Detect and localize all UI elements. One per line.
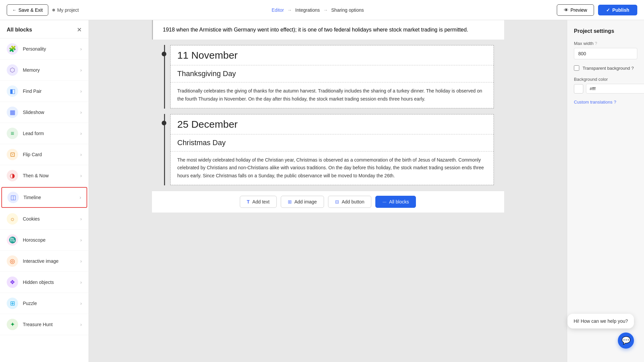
add-text-button[interactable]: T Add text xyxy=(240,196,277,208)
add-button-button[interactable]: ⊟ Add button xyxy=(328,196,372,208)
slideshow-icon: ▦ xyxy=(7,107,18,118)
sidebar-item-left: ◎ Interactive image xyxy=(7,255,59,267)
timeline-label: Timeline xyxy=(23,195,41,200)
max-width-help-icon[interactable]: ? xyxy=(595,41,597,46)
sidebar-item-left: ♏ Horoscope xyxy=(7,234,46,246)
chevron-icon: › xyxy=(80,301,82,306)
findpair-label: Find Pair xyxy=(23,88,42,94)
sidebar-item-timeline[interactable]: ◫ Timeline › xyxy=(1,187,87,208)
panel-title: Project settings xyxy=(574,28,637,34)
step-integrations[interactable]: Integrations xyxy=(295,7,320,13)
cookies-icon: ☼ xyxy=(7,213,18,225)
chevron-icon: › xyxy=(80,88,82,94)
sidebar-item-horoscope[interactable]: ♏ Horoscope › xyxy=(0,230,89,251)
sidebar-item-puzzle[interactable]: ⊞ Puzzle › xyxy=(0,293,89,314)
max-width-label: Max width ? xyxy=(574,41,637,46)
sidebar-item-left: ⊡ Flip Card xyxy=(7,149,42,160)
bottom-toolbar: T Add text ⊞ Add image ⊟ Add button ··· … xyxy=(152,191,504,213)
flipcard-label: Flip Card xyxy=(23,152,42,157)
dot-icon xyxy=(52,9,55,11)
text-icon: T xyxy=(247,199,250,204)
sidebar-item-memory[interactable]: ⬡ Memory › xyxy=(0,60,89,81)
horoscope-label: Horoscope xyxy=(23,237,46,243)
sidebar-item-hidden[interactable]: ❖ Hidden objects › xyxy=(0,272,89,293)
timeline-dot xyxy=(162,52,166,56)
sidebar-list: 🧩 Personality › ⬡ Memory › ◧ Find Pair › xyxy=(0,39,89,362)
sidebar-item-cookies[interactable]: ☼ Cookies › xyxy=(0,208,89,230)
transparent-bg-checkbox[interactable] xyxy=(574,65,579,71)
add-button-label: Add button xyxy=(342,199,365,204)
sidebar-item-left: ☼ Cookies xyxy=(7,213,40,225)
thennow-label: Then & Now xyxy=(23,173,49,178)
eye-icon: 👁 xyxy=(564,7,569,13)
chevron-icon: › xyxy=(80,322,82,327)
sidebar-item-treasure[interactable]: ✦ Treasure Hunt › xyxy=(0,314,89,335)
chat-bubble: Hi! How can we help you? xyxy=(568,314,634,328)
sidebar-item-left: ❖ Hidden objects xyxy=(7,277,54,288)
sidebar-item-left: ≡ Lead form xyxy=(7,128,44,139)
bg-color-field: Background color xyxy=(574,77,637,94)
chat-button[interactable]: 💬 xyxy=(618,333,634,349)
interactive-label: Interactive image xyxy=(23,258,59,264)
add-image-label: Add image xyxy=(294,199,317,204)
sidebar-item-left: ◧ Find Pair xyxy=(7,85,42,97)
editor-canvas: 1918 when the Armistice with Germany wen… xyxy=(152,20,504,362)
color-input[interactable] xyxy=(586,84,644,94)
back-arrow-icon: ← xyxy=(12,8,16,12)
step-sharing[interactable]: Sharing options xyxy=(331,7,364,13)
project-name-label: My project xyxy=(57,7,79,13)
content-area: 1918 when the Armistice with Germany wen… xyxy=(89,20,567,362)
publish-button[interactable]: ✓ Publish xyxy=(598,5,637,15)
personality-icon: 🧩 xyxy=(7,43,18,55)
november-description: Traditionally celebrates the giving of t… xyxy=(170,82,494,108)
check-icon: ✓ xyxy=(606,7,610,13)
sidebar-item-left: ◑ Then & Now xyxy=(7,170,49,181)
interactive-icon: ◎ xyxy=(7,255,18,267)
sidebar-item-findpair[interactable]: ◧ Find Pair › xyxy=(0,81,89,102)
preview-button[interactable]: 👁 Preview xyxy=(557,4,594,16)
custom-translations-link[interactable]: Custom translations ? xyxy=(574,100,637,105)
image-icon: ⊞ xyxy=(288,199,292,204)
color-swatch[interactable] xyxy=(574,84,583,94)
hidden-icon: ❖ xyxy=(7,277,18,288)
sidebar-item-left: ▦ Slideshow xyxy=(7,107,44,118)
top-text-content: 1918 when the Armistice with Germany wen… xyxy=(163,27,494,33)
sidebar-item-slideshow[interactable]: ▦ Slideshow › xyxy=(0,102,89,123)
chevron-icon: › xyxy=(80,258,82,264)
add-image-button[interactable]: ⊞ Add image xyxy=(281,196,324,208)
main-area: All blocks ✕ 🧩 Personality › ⬡ Memory › xyxy=(0,20,644,362)
transparent-help-icon[interactable]: ? xyxy=(631,66,634,71)
sidebar-item-leadform[interactable]: ≡ Lead form › xyxy=(0,123,89,144)
cookies-label: Cookies xyxy=(23,216,40,222)
november-card[interactable]: 11 November Thanksgiving Day Traditional… xyxy=(170,45,494,109)
add-text-label: Add text xyxy=(252,199,269,204)
sidebar-item-flipcard[interactable]: ⊡ Flip Card › xyxy=(0,144,89,165)
top-navigation: ← Save & Exit My project Editor → Integr… xyxy=(0,0,644,20)
sidebar-item-left: ⊞ Puzzle xyxy=(7,298,37,309)
sidebar-item-personality[interactable]: 🧩 Personality › xyxy=(0,39,89,60)
arrow-1: → xyxy=(287,7,292,13)
max-width-input[interactable] xyxy=(574,48,637,59)
all-blocks-button[interactable]: ··· All blocks xyxy=(375,196,416,208)
save-exit-button[interactable]: ← Save & Exit xyxy=(7,4,48,16)
sidebar-header: All blocks ✕ xyxy=(0,20,89,39)
december-card[interactable]: 25 December Christmas Day The most widel… xyxy=(170,114,494,185)
treasure-icon: ✦ xyxy=(7,319,18,330)
chevron-icon: › xyxy=(80,67,82,73)
chevron-icon: › xyxy=(79,195,81,200)
personality-label: Personality xyxy=(23,46,46,52)
treasure-label: Treasure Hunt xyxy=(23,322,53,327)
chevron-icon: › xyxy=(80,173,82,178)
save-exit-label: Save & Exit xyxy=(18,7,43,13)
chevron-icon: › xyxy=(80,237,82,243)
nav-left: ← Save & Exit My project xyxy=(7,4,79,16)
leadform-label: Lead form xyxy=(23,131,44,136)
translations-help-icon[interactable]: ? xyxy=(614,100,616,105)
sidebar-item-thennow[interactable]: ◑ Then & Now › xyxy=(0,165,89,186)
all-blocks-label: All blocks xyxy=(389,199,409,204)
close-icon[interactable]: ✕ xyxy=(77,26,82,34)
step-editor[interactable]: Editor xyxy=(272,7,284,13)
top-text-block: 1918 when the Armistice with Germany wen… xyxy=(152,20,504,40)
findpair-icon: ◧ xyxy=(7,85,18,97)
sidebar-item-interactive[interactable]: ◎ Interactive image › xyxy=(0,251,89,272)
